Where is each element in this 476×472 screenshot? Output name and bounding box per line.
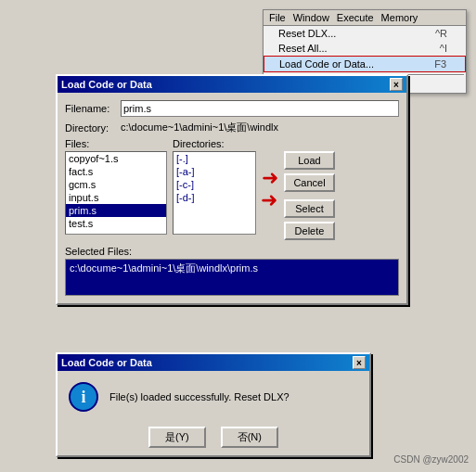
confirm-content: i File(s) loaded successfully. Reset DLX… bbox=[58, 371, 369, 423]
menu-window[interactable]: Window bbox=[289, 11, 333, 24]
file-item-2[interactable]: gcm.s bbox=[66, 178, 166, 191]
dir-item-2[interactable]: [-c-] bbox=[174, 178, 255, 191]
confirm-dialog-titlebar: Load Code or Data × bbox=[58, 354, 369, 371]
menu-bar: File Window Execute Memory bbox=[264, 10, 466, 26]
yes-button[interactable]: 是(Y) bbox=[148, 427, 206, 448]
file-item-3[interactable]: input.s bbox=[66, 191, 166, 204]
filename-row: Filename: bbox=[65, 100, 399, 117]
menu-memory[interactable]: Memory bbox=[378, 11, 422, 24]
delete-button[interactable]: Delete bbox=[284, 222, 335, 240]
load-dialog: Load Code or Data × Filename: Directory:… bbox=[56, 74, 408, 305]
directory-label: Directory: bbox=[65, 122, 121, 134]
confirm-message: File(s) loaded successfully. Reset DLX? bbox=[109, 391, 289, 402]
file-item-4[interactable]: prim.s bbox=[66, 204, 166, 217]
confirm-dialog-close[interactable]: × bbox=[353, 356, 366, 369]
load-dialog-titlebar: Load Code or Data × bbox=[58, 76, 406, 93]
files-listbox[interactable]: copyof~1.s fact.s gcm.s input.s prim.s t… bbox=[65, 151, 167, 235]
file-item-5[interactable]: test.s bbox=[66, 217, 166, 230]
dir-item-3[interactable]: [-d-] bbox=[174, 191, 255, 204]
cancel-button[interactable]: Cancel bbox=[284, 173, 335, 192]
action-buttons: Load Cancel ➜ Select Delete bbox=[284, 151, 335, 240]
menu-file[interactable]: File bbox=[265, 11, 289, 24]
no-button[interactable]: 否(N) bbox=[221, 427, 278, 448]
dirs-label: Directories: bbox=[173, 138, 256, 149]
confirm-dialog: Load Code or Data × i File(s) loaded suc… bbox=[56, 352, 371, 457]
load-dialog-content: Filename: Directory: c:\docume~1\admini~… bbox=[58, 93, 406, 303]
files-label: Files: bbox=[65, 138, 167, 149]
watermark: CSDN @zyw2002 bbox=[393, 454, 469, 465]
directory-row: Directory: c:\docume~1\admini~1\桌面\windl… bbox=[65, 121, 399, 134]
select-button[interactable]: Select bbox=[284, 199, 335, 218]
dirs-col: Directories: [-.] [-a-] [-c-] [-d-] bbox=[173, 138, 256, 240]
dir-item-1[interactable]: [-a-] bbox=[174, 165, 255, 178]
file-item-0[interactable]: copyof~1.s bbox=[66, 152, 166, 165]
files-col: Files: copyof~1.s fact.s gcm.s input.s p… bbox=[65, 138, 167, 240]
selected-files-section: Selected Files: c:\docume~1\admini~1\桌面\… bbox=[65, 246, 399, 296]
filename-input[interactable] bbox=[121, 100, 399, 117]
menu-reset-dlx[interactable]: Reset DLX... ^R bbox=[264, 26, 466, 41]
menu-load-code[interactable]: Load Code or Data... F3 bbox=[264, 56, 466, 72]
confirm-buttons: 是(Y) 否(N) bbox=[58, 423, 369, 455]
filename-label: Filename: bbox=[65, 103, 121, 114]
load-button[interactable]: Load bbox=[284, 151, 335, 170]
load-dialog-title: Load Code or Data bbox=[61, 79, 152, 90]
selected-files-value: c:\docume~1\admini~1\桌面\windlx\prim.s bbox=[70, 262, 258, 274]
selected-files-box: c:\docume~1\admini~1\桌面\windlx\prim.s bbox=[65, 259, 399, 296]
load-dialog-close[interactable]: × bbox=[390, 78, 403, 91]
menu-execute[interactable]: Execute bbox=[333, 11, 378, 24]
menu-reset-all[interactable]: Reset All... ^I bbox=[264, 41, 466, 56]
directory-value: c:\docume~1\admini~1\桌面\windlx bbox=[121, 121, 278, 134]
file-item-1[interactable]: fact.s bbox=[66, 165, 166, 178]
confirm-dialog-title: Load Code or Data bbox=[61, 357, 152, 368]
info-icon: i bbox=[69, 382, 98, 412]
dir-item-0[interactable]: [-.] bbox=[174, 152, 255, 165]
selected-files-label: Selected Files: bbox=[65, 246, 399, 257]
files-section: Files: copyof~1.s fact.s gcm.s input.s p… bbox=[65, 138, 399, 240]
dirs-listbox[interactable]: [-.] [-a-] [-c-] [-d-] bbox=[173, 151, 256, 235]
